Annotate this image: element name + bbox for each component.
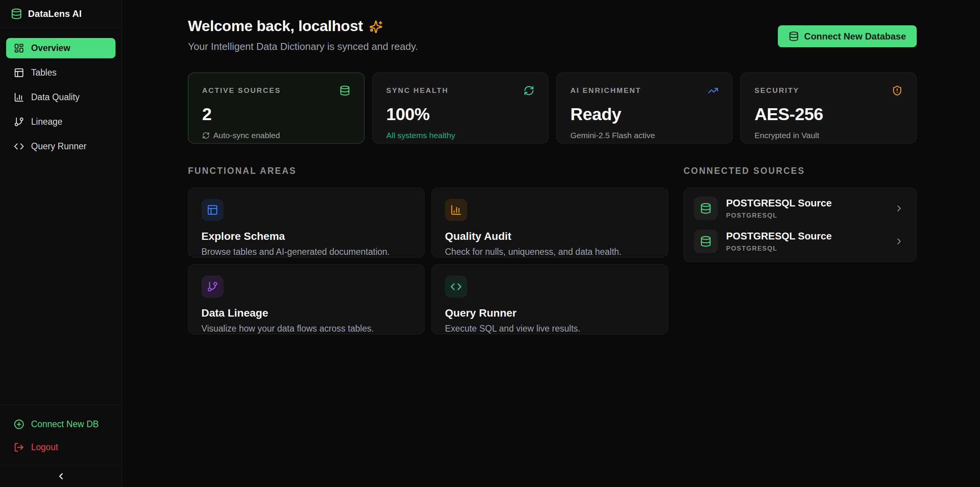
stat-label: SECURITY xyxy=(754,86,799,95)
card-description: Check for nulls, uniqueness, and data he… xyxy=(445,247,655,257)
sidebar-item-label: Overview xyxy=(31,43,70,53)
sidebar-footer: Connect New DB Logout xyxy=(0,404,122,465)
stat-card-active-sources: ACTIVE SOURCES 2 Auto-sync enabled xyxy=(188,73,364,144)
brand-name: DataLens AI xyxy=(28,8,82,19)
chevron-right-icon xyxy=(894,203,904,213)
stat-value: 2 xyxy=(202,104,350,124)
sidebar-item-overview[interactable]: Overview xyxy=(6,38,115,58)
card-explore-schema[interactable]: Explore Schema Browse tables and AI-gene… xyxy=(188,188,425,258)
stat-caption: Encrypted in Vault xyxy=(754,131,903,140)
stat-value: 100% xyxy=(386,104,534,124)
database-icon xyxy=(339,85,350,96)
card-title: Data Lineage xyxy=(201,307,411,319)
page-title: Welcome back, localhost xyxy=(188,18,418,35)
sidebar: DataLens AI Overview Tables Data Quality… xyxy=(0,0,122,487)
connected-sources-heading: CONNECTED SOURCES xyxy=(684,166,917,176)
sidebar-item-data-quality[interactable]: Data Quality xyxy=(6,87,115,107)
stat-label: SYNC HEALTH xyxy=(386,86,448,95)
welcome-block: Welcome back, localhost Your Intelligent… xyxy=(188,18,418,53)
logout-label: Logout xyxy=(31,442,58,452)
source-title: POSTGRESQL Source xyxy=(726,197,832,209)
stat-card-sync-health: SYNC HEALTH 100% All systems healthy xyxy=(372,73,548,144)
database-icon xyxy=(11,8,22,20)
card-data-lineage[interactable]: Data Lineage Visualize how your data flo… xyxy=(188,264,425,334)
card-description: Visualize how your data flows across tab… xyxy=(201,324,411,334)
plus-circle-icon xyxy=(14,419,24,429)
lower-content: FUNCTIONAL AREAS Explore Schema Browse t… xyxy=(188,166,917,334)
stat-caption: Auto-sync enabled xyxy=(202,131,350,140)
connect-new-db-label: Connect New DB xyxy=(31,419,99,429)
git-branch-icon xyxy=(14,117,24,127)
code-icon xyxy=(14,141,24,152)
source-title: POSTGRESQL Source xyxy=(726,230,832,242)
connected-sources-panel: POSTGRESQL Source POSTGRESQL POSTGRESQL … xyxy=(684,188,917,262)
page-subtitle: Your Intelligent Data Dictionary is sync… xyxy=(188,41,418,53)
page-header: Welcome back, localhost Your Intelligent… xyxy=(188,18,917,53)
card-quality-audit[interactable]: Quality Audit Check for nulls, uniquenes… xyxy=(432,188,668,258)
sidebar-nav: Overview Tables Data Quality Lineage Que… xyxy=(0,28,122,404)
card-title: Query Runner xyxy=(445,307,655,319)
connect-new-db-button[interactable]: Connect New DB xyxy=(6,414,115,434)
functional-areas-grid: Explore Schema Browse tables and AI-gene… xyxy=(188,188,668,334)
brand: DataLens AI xyxy=(0,0,122,28)
source-text: POSTGRESQL Source POSTGRESQL xyxy=(726,197,832,220)
sidebar-item-label: Query Runner xyxy=(31,141,86,152)
database-icon xyxy=(694,196,718,220)
app-window: DataLens AI Overview Tables Data Quality… xyxy=(0,0,980,487)
source-row[interactable]: POSTGRESQL Source POSTGRESQL xyxy=(690,192,910,225)
trending-up-icon xyxy=(708,85,718,96)
functional-areas-section: FUNCTIONAL AREAS Explore Schema Browse t… xyxy=(188,166,668,334)
code-icon xyxy=(445,276,467,298)
main-content: Welcome back, localhost Your Intelligent… xyxy=(122,0,980,487)
source-row[interactable]: POSTGRESQL Source POSTGRESQL xyxy=(690,225,910,258)
table-icon xyxy=(201,199,224,221)
source-subtitle: POSTGRESQL xyxy=(726,212,832,220)
cta-label: Connect New Database xyxy=(804,31,906,42)
connected-sources-section: CONNECTED SOURCES POSTGRESQL Source POST… xyxy=(684,166,917,334)
git-branch-icon xyxy=(201,276,224,298)
sidebar-item-label: Lineage xyxy=(31,117,63,127)
chevron-right-icon xyxy=(894,236,904,246)
card-title: Quality Audit xyxy=(445,230,655,243)
stat-value: AES-256 xyxy=(754,104,903,124)
stats-row: ACTIVE SOURCES 2 Auto-sync enabled SYNC … xyxy=(188,73,917,144)
chevron-left-icon xyxy=(56,471,66,481)
refresh-icon xyxy=(524,85,534,96)
source-subtitle: POSTGRESQL xyxy=(726,245,832,253)
card-description: Browse tables and AI-generated documenta… xyxy=(201,247,411,257)
layout-dashboard-icon xyxy=(14,43,24,53)
page-title-text: Welcome back, localhost xyxy=(188,18,363,35)
stat-label: ACTIVE SOURCES xyxy=(202,86,281,95)
logout-icon xyxy=(14,442,24,452)
card-title: Explore Schema xyxy=(201,230,411,243)
sidebar-item-lineage[interactable]: Lineage xyxy=(6,112,115,132)
card-query-runner[interactable]: Query Runner Execute SQL and view live r… xyxy=(432,264,668,334)
refresh-icon xyxy=(202,132,210,139)
stat-card-ai-enrichment: AI ENRICHMENT Ready Gemini-2.5 Flash act… xyxy=(556,73,733,144)
database-icon xyxy=(694,229,718,253)
source-text: POSTGRESQL Source POSTGRESQL xyxy=(726,230,832,253)
shield-alert-icon xyxy=(892,85,903,96)
stat-caption: Gemini-2.5 Flash active xyxy=(570,131,718,140)
sparkles-icon xyxy=(369,20,383,34)
sidebar-item-label: Data Quality xyxy=(31,92,80,102)
stat-caption: All systems healthy xyxy=(386,131,534,140)
database-icon xyxy=(789,31,799,41)
stat-value: Ready xyxy=(570,104,718,124)
sidebar-collapse-button[interactable] xyxy=(0,465,122,487)
bar-chart-icon xyxy=(14,92,24,102)
stat-label: AI ENRICHMENT xyxy=(570,86,641,95)
card-description: Execute SQL and view live results. xyxy=(445,324,655,334)
sidebar-item-query-runner[interactable]: Query Runner xyxy=(6,136,115,157)
stat-caption-text: Auto-sync enabled xyxy=(213,131,280,140)
bar-chart-icon xyxy=(445,199,467,221)
stat-card-security: SECURITY AES-256 Encrypted in Vault xyxy=(740,73,917,144)
sidebar-item-tables[interactable]: Tables xyxy=(6,63,115,83)
connect-new-database-button[interactable]: Connect New Database xyxy=(778,25,917,47)
logout-button[interactable]: Logout xyxy=(6,437,115,457)
sidebar-item-label: Tables xyxy=(31,68,56,78)
functional-areas-heading: FUNCTIONAL AREAS xyxy=(188,166,668,176)
table-icon xyxy=(14,68,24,78)
